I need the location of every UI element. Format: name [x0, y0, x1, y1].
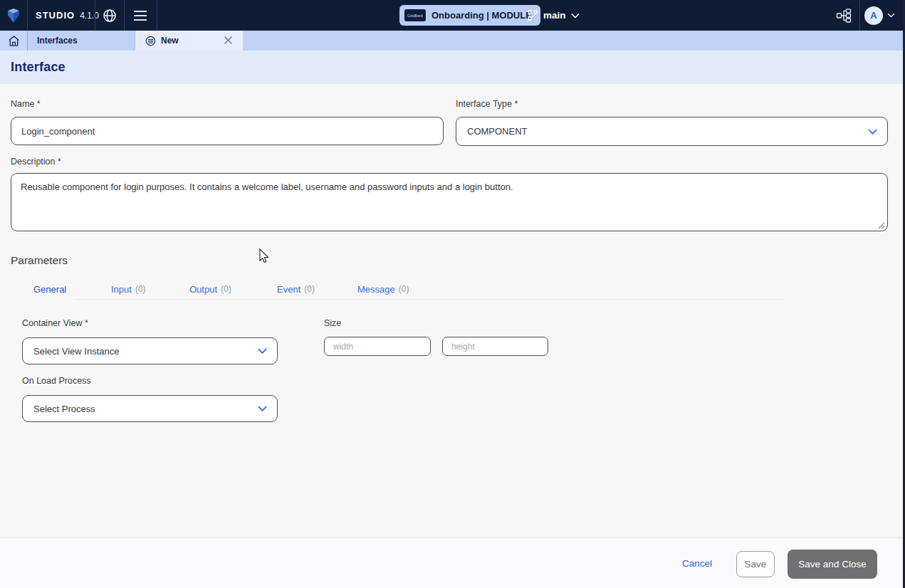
close-icon[interactable] — [224, 36, 233, 45]
size-label: Size — [324, 318, 341, 328]
on-load-process-select[interactable]: Select Process — [22, 395, 278, 422]
name-label: Name * — [11, 99, 41, 109]
tab-label: Input — [111, 284, 132, 295]
globe-icon — [103, 9, 117, 23]
parameters-heading: Parameters — [11, 254, 68, 267]
interface-type-label: Interface Type * — [456, 99, 518, 109]
main-menu-button[interactable] — [124, 0, 157, 31]
sitemap-icon — [836, 9, 852, 23]
app-name: STUDIO — [36, 10, 75, 21]
tab-count: (0) — [304, 284, 315, 294]
save-and-close-button[interactable]: Save and Close — [788, 550, 877, 579]
topbar-divider — [27, 0, 28, 31]
home-icon — [8, 35, 20, 47]
branch-selector[interactable]: main — [527, 0, 580, 31]
tab-count: (0) — [399, 284, 409, 294]
save-button[interactable]: Save — [736, 551, 775, 577]
tab-interfaces[interactable]: Interfaces — [28, 31, 135, 51]
tab-event[interactable]: Event (0) — [277, 282, 315, 296]
tabs-divider — [75, 299, 785, 300]
app-logo[interactable] — [0, 0, 27, 31]
gem-logo-icon — [6, 8, 21, 23]
module-badge[interactable]: GoldBank Onboarding | MODULE — [399, 5, 540, 26]
tab-count: (0) — [135, 284, 146, 294]
branch-name: main — [543, 10, 566, 21]
on-load-process-value: Select Process — [33, 404, 95, 414]
hierarchy-button[interactable] — [828, 0, 859, 31]
tab-message[interactable]: Message (0) — [357, 282, 409, 296]
tab-label: General — [33, 284, 66, 295]
container-view-label: Container View * — [22, 318, 88, 328]
name-input[interactable] — [11, 117, 444, 145]
chevron-down-icon — [571, 13, 580, 19]
page-title: Interface — [11, 51, 66, 84]
chevron-down-icon — [868, 129, 877, 135]
page-header: Interface — [0, 51, 905, 84]
tab-input[interactable]: Input (0) — [111, 282, 146, 296]
tab-general[interactable]: General — [33, 282, 66, 296]
home-button[interactable] — [0, 31, 28, 51]
tab-label: New — [161, 36, 179, 46]
on-load-process-label: On Load Process — [22, 376, 91, 386]
user-menu[interactable]: A — [864, 0, 895, 31]
module-badge-label: Onboarding | MODULE — [431, 10, 532, 21]
language-button[interactable] — [95, 0, 124, 31]
tab-label: Event — [277, 284, 300, 295]
interface-type-value: COMPONENT — [467, 126, 528, 137]
mouse-cursor-icon — [259, 248, 270, 264]
module-logo: GoldBank — [404, 9, 426, 21]
size-height-input[interactable] — [442, 337, 548, 356]
tab-new[interactable]: New — [135, 31, 243, 51]
tab-output[interactable]: Output (0) — [189, 282, 231, 296]
tab-count: (0) — [221, 284, 231, 294]
topbar-divider — [157, 0, 157, 31]
top-bar: STUDIO 4.1.0 GoldBank Onboarding | MODUL… — [0, 0, 905, 31]
chevron-down-icon — [258, 406, 267, 411]
git-branch-icon — [527, 9, 538, 21]
interface-icon — [145, 36, 156, 46]
tab-label: Message — [357, 284, 395, 295]
hamburger-menu-icon — [133, 10, 147, 21]
app-brand: STUDIO 4.1.0 — [36, 0, 99, 31]
tab-label: Interfaces — [37, 36, 78, 46]
cancel-link[interactable]: Cancel — [682, 558, 712, 569]
avatar: A — [864, 6, 883, 25]
tab-bar: Interfaces New — [0, 31, 905, 51]
description-textarea[interactable]: Reusable component for login purposes. I… — [11, 173, 888, 231]
size-width-input[interactable] — [324, 337, 431, 356]
container-view-select[interactable]: Select View Instance — [22, 337, 278, 364]
chevron-down-icon — [887, 13, 895, 18]
topbar-divider — [859, 0, 860, 31]
tab-label: Output — [189, 284, 217, 295]
description-label: Description * — [11, 157, 61, 167]
interface-type-select[interactable]: COMPONENT — [456, 117, 888, 146]
chevron-down-icon — [258, 348, 267, 354]
container-view-value: Select View Instance — [33, 346, 119, 357]
